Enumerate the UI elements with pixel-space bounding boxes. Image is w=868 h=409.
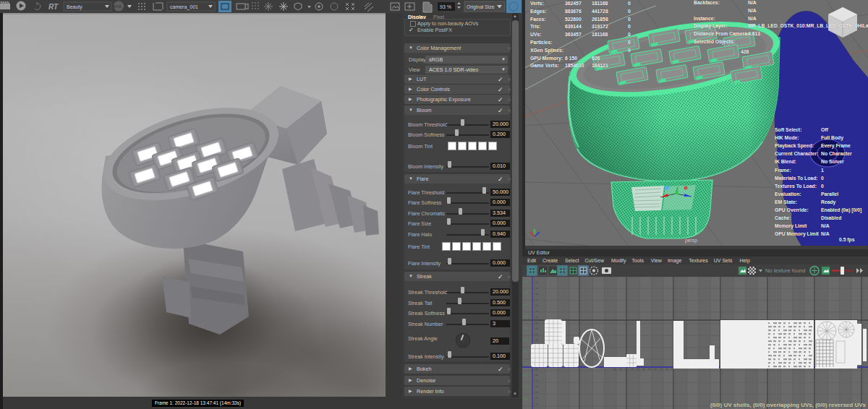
svg-text:Beauty: Beauty [67, 4, 82, 10]
svg-text:93 %: 93 % [440, 4, 451, 9]
svg-text:(0/0) UV shells, (0/0) overlap: (0/0) UV shells, (0/0) overlapping UVs, … [710, 402, 867, 408]
svg-text:Original Size: Original Size [467, 4, 495, 10]
svg-text:camera_001: camera_001 [170, 4, 198, 10]
svg-text:RT: RT [48, 3, 59, 11]
svg-text:RGB: RGB [114, 4, 122, 9]
